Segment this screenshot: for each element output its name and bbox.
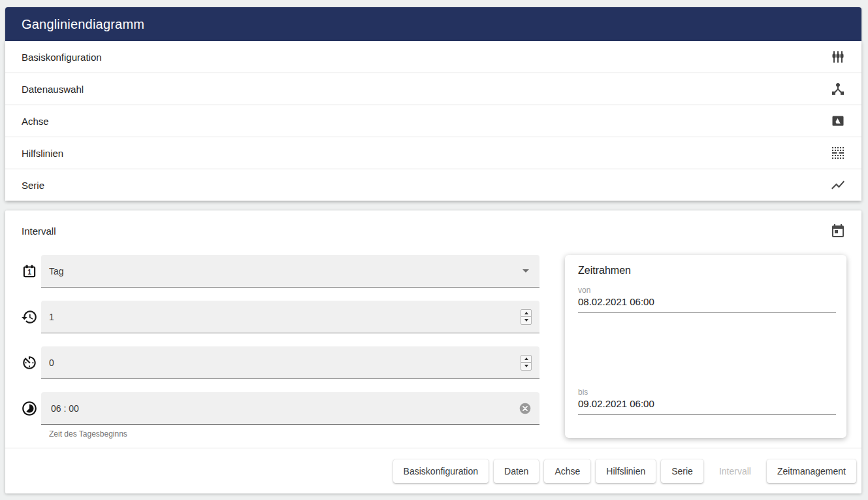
timelapse-icon [21, 400, 38, 417]
stepper-up-button[interactable] [521, 356, 531, 363]
input-underline [578, 312, 836, 313]
footer-nav: Basiskonfiguration Daten Achse Hilfslini… [5, 459, 861, 483]
input-underline [578, 414, 836, 415]
day-start-row [21, 392, 41, 425]
nav-button-zeitmanagement[interactable]: Zeitmanagement [767, 459, 856, 483]
interval-offset-input[interactable]: 0 [41, 346, 539, 379]
nav-button-hilfslinien[interactable]: Hilfslinien [596, 459, 656, 483]
interval-offset-row [21, 346, 41, 379]
number-stepper [521, 355, 532, 371]
page-title: Gangliniendiagramm [22, 17, 144, 32]
calendar-day-1-icon: 1 [21, 263, 38, 280]
app-header: Gangliniendiagramm [5, 7, 861, 41]
accordion-item-hilfslinien[interactable]: Hilfslinien [5, 137, 861, 169]
nav-button-intervall: Intervall [709, 459, 762, 483]
section-title: Intervall [22, 225, 56, 237]
interval-unit-value: Tag [49, 266, 522, 276]
device-hub-icon [830, 81, 846, 97]
intervall-panel: Intervall 1 Tag 1 [5, 210, 861, 493]
zeitrahmen-card: Zeitrahmen von 08.02.2021 06:00 bis 09.0… [565, 255, 846, 438]
interval-count-value: 1 [49, 312, 521, 322]
svg-text:1: 1 [27, 269, 31, 276]
nav-button-achse[interactable]: Achse [544, 459, 590, 483]
zeitrahmen-title: Zeitrahmen [578, 265, 631, 276]
interval-offset-value: 0 [49, 358, 521, 368]
config-accordion: Basiskonfiguration Datenauswahl Achse [5, 41, 861, 201]
stepper-down-button[interactable] [521, 317, 531, 324]
accordion-item-basiskonfiguration[interactable]: Basiskonfiguration [5, 41, 861, 73]
timeframe-from-value[interactable]: 08.02.2021 06:00 [578, 296, 654, 307]
dropdown-arrow-icon [522, 269, 529, 273]
interval-unit-select[interactable]: Tag [41, 255, 539, 288]
timeframe-from-label: von [578, 286, 590, 295]
clear-icon[interactable] [519, 402, 532, 415]
accordion-item-label: Serie [22, 180, 44, 191]
nav-button-daten[interactable]: Daten [494, 459, 539, 483]
day-start-time-value: 06 : 00 [49, 403, 519, 414]
nav-button-serie[interactable]: Serie [661, 459, 703, 483]
stepper-up-button[interactable] [521, 310, 531, 318]
image-icon [830, 113, 846, 129]
calendar-icon [830, 224, 846, 239]
line-chart-icon [830, 177, 846, 193]
footer-divider [5, 448, 861, 448]
day-start-time-input[interactable]: 06 : 00 [41, 392, 539, 425]
accordion-item-label: Achse [22, 116, 49, 127]
interval-count-row [21, 301, 41, 333]
accordion-item-label: Hilfslinien [22, 148, 63, 159]
interval-count-input[interactable]: 1 [41, 301, 539, 333]
interval-unit-row: 1 [21, 255, 41, 288]
tune-icon [830, 49, 846, 65]
accordion-item-datenauswahl[interactable]: Datenauswahl [5, 73, 861, 105]
timeframe-to-value[interactable]: 09.02.2021 06:00 [578, 398, 654, 409]
history-icon [21, 308, 38, 325]
timeframe-to-label: bis [578, 388, 588, 397]
av-timer-icon [21, 354, 38, 371]
stepper-down-button[interactable] [521, 363, 531, 370]
day-start-helper-text: Zeit des Tagesbeginns [49, 429, 127, 439]
accordion-item-label: Datenauswahl [22, 84, 84, 95]
nav-button-basiskonfiguration[interactable]: Basiskonfiguration [393, 459, 489, 483]
number-stepper [521, 309, 532, 325]
grid-lines-icon [830, 145, 846, 161]
accordion-item-achse[interactable]: Achse [5, 105, 861, 137]
accordion-item-label: Basiskonfiguration [22, 52, 102, 63]
accordion-item-serie[interactable]: Serie [5, 169, 861, 201]
